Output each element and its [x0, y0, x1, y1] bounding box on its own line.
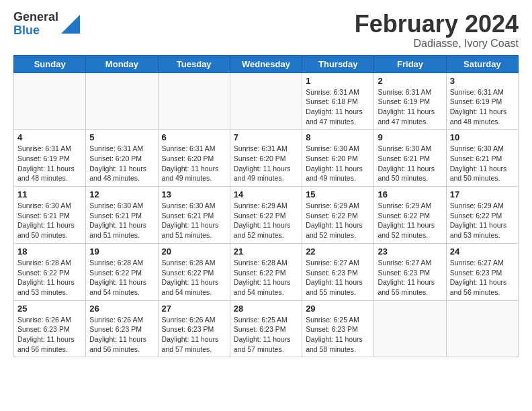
- calendar-day: 29Sunrise: 6:25 AM Sunset: 6:23 PM Dayli…: [302, 300, 374, 357]
- day-info: Sunrise: 6:30 AM Sunset: 6:21 PM Dayligh…: [162, 201, 226, 240]
- calendar-day: 20Sunrise: 6:28 AM Sunset: 6:22 PM Dayli…: [158, 243, 230, 300]
- day-info: Sunrise: 6:31 AM Sunset: 6:18 PM Dayligh…: [306, 87, 370, 127]
- calendar-week-1: 1Sunrise: 6:31 AM Sunset: 6:18 PM Daylig…: [14, 73, 519, 130]
- day-number: 3: [450, 76, 515, 86]
- col-tuesday: Tuesday: [158, 55, 230, 73]
- calendar-day: 26Sunrise: 6:26 AM Sunset: 6:23 PM Dayli…: [86, 300, 158, 357]
- calendar-day: 3Sunrise: 6:31 AM Sunset: 6:19 PM Daylig…: [446, 73, 518, 130]
- calendar-day: 21Sunrise: 6:28 AM Sunset: 6:22 PM Dayli…: [230, 243, 302, 300]
- calendar-day: 1Sunrise: 6:31 AM Sunset: 6:18 PM Daylig…: [302, 73, 374, 130]
- day-number: 4: [17, 132, 82, 142]
- day-info: Sunrise: 6:28 AM Sunset: 6:22 PM Dayligh…: [234, 258, 298, 298]
- col-saturday: Saturday: [446, 55, 518, 73]
- day-number: 13: [162, 189, 226, 199]
- day-info: Sunrise: 6:31 AM Sunset: 6:19 PM Dayligh…: [378, 87, 442, 127]
- calendar-day: 24Sunrise: 6:27 AM Sunset: 6:23 PM Dayli…: [446, 243, 518, 300]
- svg-marker-0: [61, 15, 80, 34]
- col-sunday: Sunday: [14, 55, 86, 73]
- calendar-day: [374, 300, 446, 357]
- day-info: Sunrise: 6:30 AM Sunset: 6:21 PM Dayligh…: [378, 144, 442, 183]
- day-info: Sunrise: 6:26 AM Sunset: 6:23 PM Dayligh…: [17, 315, 82, 355]
- day-number: 10: [450, 132, 515, 142]
- calendar-day: 16Sunrise: 6:29 AM Sunset: 6:22 PM Dayli…: [374, 187, 446, 244]
- day-number: 8: [306, 132, 370, 142]
- calendar-day: [14, 73, 86, 130]
- day-number: 16: [378, 189, 442, 199]
- day-number: 14: [234, 189, 298, 199]
- day-number: 6: [162, 132, 226, 142]
- calendar-day: 23Sunrise: 6:27 AM Sunset: 6:23 PM Dayli…: [374, 243, 446, 300]
- day-number: 25: [17, 304, 82, 314]
- title-block: February 2024 Dadiasse, Ivory Coast: [355, 11, 519, 50]
- day-info: Sunrise: 6:27 AM Sunset: 6:23 PM Dayligh…: [450, 258, 515, 298]
- day-info: Sunrise: 6:31 AM Sunset: 6:20 PM Dayligh…: [162, 144, 226, 183]
- calendar-day: 12Sunrise: 6:30 AM Sunset: 6:21 PM Dayli…: [86, 187, 158, 244]
- page: General Blue February 2024 Dadiasse, Ivo…: [0, 0, 532, 368]
- day-info: Sunrise: 6:29 AM Sunset: 6:22 PM Dayligh…: [378, 201, 442, 240]
- calendar-table: Sunday Monday Tuesday Wednesday Thursday…: [13, 55, 519, 358]
- day-info: Sunrise: 6:26 AM Sunset: 6:23 PM Dayligh…: [89, 315, 154, 355]
- calendar-day: 17Sunrise: 6:29 AM Sunset: 6:22 PM Dayli…: [446, 187, 518, 244]
- day-number: 9: [378, 132, 442, 142]
- calendar-day: [230, 73, 302, 130]
- calendar-day: [86, 73, 158, 130]
- calendar-day: 19Sunrise: 6:28 AM Sunset: 6:22 PM Dayli…: [86, 243, 158, 300]
- day-info: Sunrise: 6:29 AM Sunset: 6:22 PM Dayligh…: [234, 201, 298, 240]
- calendar-week-2: 4Sunrise: 6:31 AM Sunset: 6:19 PM Daylig…: [14, 130, 519, 187]
- calendar-week-3: 11Sunrise: 6:30 AM Sunset: 6:21 PM Dayli…: [14, 187, 519, 244]
- day-number: 28: [234, 304, 298, 314]
- calendar-day: 8Sunrise: 6:30 AM Sunset: 6:20 PM Daylig…: [302, 130, 374, 187]
- day-info: Sunrise: 6:30 AM Sunset: 6:21 PM Dayligh…: [17, 201, 82, 240]
- calendar-title: February 2024: [355, 11, 519, 38]
- day-info: Sunrise: 6:31 AM Sunset: 6:19 PM Dayligh…: [450, 87, 515, 127]
- day-info: Sunrise: 6:26 AM Sunset: 6:23 PM Dayligh…: [162, 315, 226, 355]
- day-number: 19: [89, 246, 154, 257]
- calendar-day: 2Sunrise: 6:31 AM Sunset: 6:19 PM Daylig…: [374, 73, 446, 130]
- calendar-day: 22Sunrise: 6:27 AM Sunset: 6:23 PM Dayli…: [302, 243, 374, 300]
- day-number: 5: [89, 132, 154, 142]
- calendar-day: 6Sunrise: 6:31 AM Sunset: 6:20 PM Daylig…: [158, 130, 230, 187]
- day-info: Sunrise: 6:28 AM Sunset: 6:22 PM Dayligh…: [89, 258, 154, 298]
- header: General Blue February 2024 Dadiasse, Ivo…: [13, 11, 519, 50]
- logo: General Blue: [13, 11, 80, 38]
- day-info: Sunrise: 6:31 AM Sunset: 6:19 PM Dayligh…: [17, 144, 82, 183]
- calendar-day: [446, 300, 518, 357]
- logo-text: General Blue: [13, 11, 58, 38]
- calendar-day: 7Sunrise: 6:31 AM Sunset: 6:20 PM Daylig…: [230, 130, 302, 187]
- day-number: 1: [306, 76, 370, 86]
- col-wednesday: Wednesday: [230, 55, 302, 73]
- calendar-day: 9Sunrise: 6:30 AM Sunset: 6:21 PM Daylig…: [374, 130, 446, 187]
- day-info: Sunrise: 6:27 AM Sunset: 6:23 PM Dayligh…: [378, 258, 442, 298]
- day-info: Sunrise: 6:28 AM Sunset: 6:22 PM Dayligh…: [17, 258, 82, 298]
- col-monday: Monday: [86, 55, 158, 73]
- day-number: 12: [89, 189, 154, 199]
- day-info: Sunrise: 6:25 AM Sunset: 6:23 PM Dayligh…: [306, 315, 370, 355]
- calendar-day: [158, 73, 230, 130]
- calendar-subtitle: Dadiasse, Ivory Coast: [355, 38, 519, 50]
- calendar-day: 28Sunrise: 6:25 AM Sunset: 6:23 PM Dayli…: [230, 300, 302, 357]
- logo-blue: Blue: [13, 24, 58, 38]
- day-info: Sunrise: 6:29 AM Sunset: 6:22 PM Dayligh…: [306, 201, 370, 240]
- day-number: 15: [306, 189, 370, 199]
- calendar-day: 14Sunrise: 6:29 AM Sunset: 6:22 PM Dayli…: [230, 187, 302, 244]
- calendar-day: 15Sunrise: 6:29 AM Sunset: 6:22 PM Dayli…: [302, 187, 374, 244]
- calendar-week-5: 25Sunrise: 6:26 AM Sunset: 6:23 PM Dayli…: [14, 300, 519, 357]
- day-number: 18: [17, 246, 82, 257]
- day-info: Sunrise: 6:30 AM Sunset: 6:20 PM Dayligh…: [306, 144, 370, 183]
- day-number: 26: [89, 304, 154, 314]
- logo-icon: [61, 15, 80, 34]
- day-info: Sunrise: 6:30 AM Sunset: 6:21 PM Dayligh…: [450, 144, 515, 183]
- day-info: Sunrise: 6:25 AM Sunset: 6:23 PM Dayligh…: [234, 315, 298, 355]
- day-number: 17: [450, 189, 515, 199]
- col-friday: Friday: [374, 55, 446, 73]
- logo-general: General: [13, 11, 58, 24]
- calendar-day: 25Sunrise: 6:26 AM Sunset: 6:23 PM Dayli…: [14, 300, 86, 357]
- calendar-day: 4Sunrise: 6:31 AM Sunset: 6:19 PM Daylig…: [14, 130, 86, 187]
- day-number: 22: [306, 246, 370, 257]
- day-number: 29: [306, 304, 370, 314]
- day-number: 20: [162, 246, 226, 257]
- day-number: 27: [162, 304, 226, 314]
- calendar-day: 27Sunrise: 6:26 AM Sunset: 6:23 PM Dayli…: [158, 300, 230, 357]
- day-info: Sunrise: 6:27 AM Sunset: 6:23 PM Dayligh…: [306, 258, 370, 298]
- day-number: 11: [17, 189, 82, 199]
